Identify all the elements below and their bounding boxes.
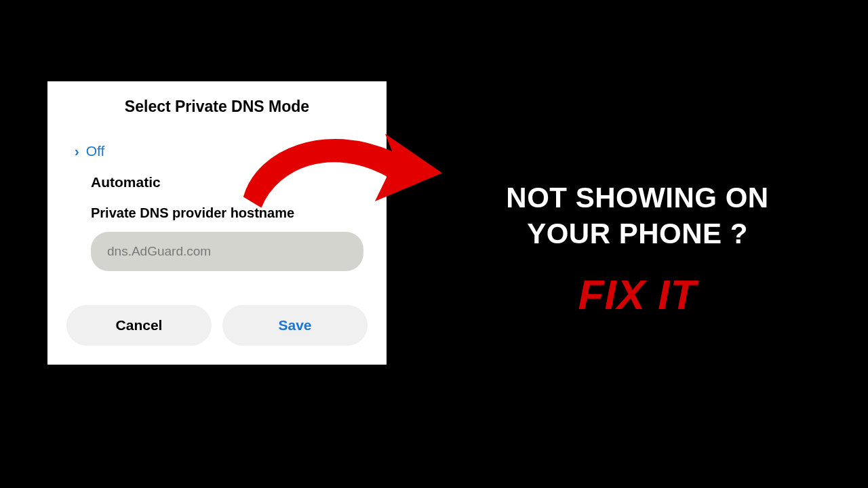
dialog-buttons: Cancel Save — [62, 305, 372, 346]
chevron-right-icon: › — [75, 144, 79, 159]
headline: NOT SHOWING ON YOUR PHONE ? — [448, 180, 827, 251]
headline-line2: YOUR PHONE ? — [527, 218, 748, 249]
option-off-label: Off — [86, 143, 105, 159]
headline-line1: NOT SHOWING ON — [506, 182, 768, 214]
overlay-text: NOT SHOWING ON YOUR PHONE ? FIX IT — [448, 180, 827, 319]
arrow-icon — [217, 108, 468, 230]
save-button[interactable]: Save — [222, 305, 368, 346]
hostname-input[interactable]: dns.AdGuard.com — [91, 232, 363, 271]
fixit-text: FIX IT — [448, 270, 827, 319]
cancel-button[interactable]: Cancel — [66, 305, 212, 346]
